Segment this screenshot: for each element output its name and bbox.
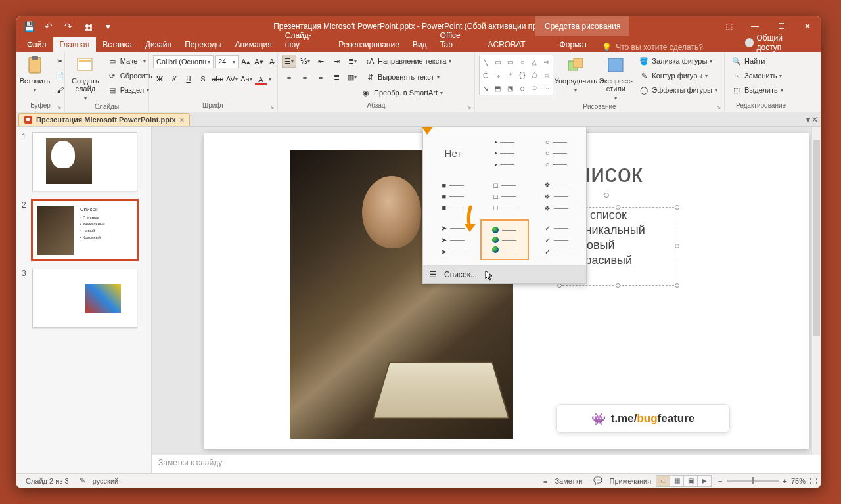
tab-home[interactable]: Главная — [53, 37, 97, 52]
tab-format[interactable]: Формат — [553, 37, 595, 52]
quick-access-toolbar: 💾 ↶ ↷ ▦ ▾ — [16, 18, 120, 35]
italic-button[interactable]: К — [168, 72, 181, 85]
tab-transitions[interactable]: Переходы — [178, 37, 228, 52]
panel-dropdown-icon[interactable]: ▾ — [806, 115, 810, 124]
normal-view-button[interactable]: ▭ — [656, 475, 670, 487]
document-tab[interactable]: Презентация Microsoft PowerPoint.pptx × — [18, 113, 190, 126]
zoom-level[interactable]: 75% — [791, 477, 806, 485]
columns-button[interactable]: ▥▾ — [345, 70, 359, 83]
bullet-option-square-filled[interactable]: ■■■ — [428, 176, 478, 217]
quick-styles-button[interactable]: Экспресс-стили▾ — [598, 55, 633, 103]
align-left-button[interactable]: ≡ — [282, 70, 296, 83]
language-indicator[interactable]: ✎ русский — [74, 474, 124, 488]
align-text-button[interactable]: ⇵Выровнять текст▾ — [361, 70, 442, 83]
align-right-button[interactable]: ≡ — [313, 70, 328, 83]
tab-view[interactable]: Вид — [406, 37, 434, 52]
tab-officetab[interactable]: Office Tab — [434, 28, 482, 52]
align-center-button[interactable]: ≡ — [298, 70, 312, 83]
comments-button[interactable]: 💬 Примечания — [588, 474, 657, 488]
section-button[interactable]: ▤Раздел▾ — [104, 83, 155, 97]
decrease-font-icon[interactable]: A▾ — [253, 55, 265, 68]
redo-icon[interactable]: ↷ — [60, 18, 77, 35]
chevron-down-icon[interactable]: ▾ — [269, 76, 271, 82]
bullet-option-square-hollow[interactable]: □□□ — [480, 176, 530, 217]
font-color-button[interactable]: A — [254, 72, 267, 85]
text-direction-button[interactable]: ↕AНаправление текста▾ — [361, 55, 454, 68]
clear-formatting-icon[interactable]: A̶ — [266, 55, 278, 68]
char-spacing-button[interactable]: AV▾ — [225, 72, 239, 85]
tab-animations[interactable]: Анимация — [228, 37, 278, 52]
tab-file[interactable]: Файл — [20, 37, 53, 52]
bullet-option-arrow[interactable]: ➤➤➤ — [428, 219, 478, 260]
tell-me-search[interactable]: 💡 Что вы хотите сделать? — [594, 43, 737, 52]
tab-design[interactable]: Дизайн — [139, 37, 178, 52]
slide-canvas-area[interactable]: Список Я список Уникальный — [152, 127, 821, 455]
increase-indent-button[interactable]: ⇥ — [329, 55, 344, 68]
slide-counter[interactable]: Слайд 2 из 3 — [20, 474, 74, 488]
slideshow-view-button[interactable]: ▶ — [697, 475, 712, 487]
reading-view-button[interactable]: ▣ — [683, 475, 698, 487]
bullets-button[interactable]: ☰▾ — [282, 55, 296, 68]
layout-button[interactable]: ▭Макет▾ — [104, 55, 155, 68]
fit-to-window-button[interactable]: ⛶ — [809, 477, 817, 485]
select-button[interactable]: ⬚Выделить▾ — [729, 83, 786, 97]
increase-font-icon[interactable]: A▴ — [240, 55, 252, 68]
tab-review[interactable]: Рецензирование — [332, 37, 406, 52]
bullet-option-disc[interactable]: ••• — [480, 133, 530, 173]
share-button[interactable]: Общий доступ — [737, 34, 817, 52]
rotate-handle[interactable] — [604, 193, 609, 198]
close-tab-icon[interactable]: × — [180, 116, 184, 124]
slideshow-icon[interactable]: ▦ — [80, 18, 97, 35]
notes-pane[interactable]: Заметки к слайду — [152, 455, 821, 473]
bullet-option-picture-globe[interactable] — [480, 219, 530, 260]
bullet-option-4diamond[interactable]: ❖❖❖ — [532, 176, 581, 217]
tab-acrobat[interactable]: ACROBAT — [481, 37, 532, 52]
shape-effects-button[interactable]: ◯Эффекты фигуры▾ — [636, 83, 720, 97]
save-icon[interactable]: 💾 — [20, 18, 37, 35]
undo-icon[interactable]: ↶ — [40, 18, 57, 35]
shadow-button[interactable]: S — [196, 72, 210, 85]
paragraph-dialog-launcher[interactable]: ↘ — [465, 103, 473, 111]
change-case-button[interactable]: Aa▾ — [240, 72, 253, 85]
shapes-mini-gallery[interactable]: ╲▭▭○△⇨ ⬡↳↱{ }⬠☆ ↘⬒⬔◇⬭··· — [479, 55, 553, 95]
tab-slideshow[interactable]: Слайд-шоу — [279, 28, 332, 52]
vertical-scrollbar[interactable] — [811, 127, 821, 455]
decrease-indent-button[interactable]: ⇤ — [313, 55, 328, 68]
paste-button[interactable]: Вставить ▾ — [20, 55, 49, 95]
tab-insert[interactable]: Вставка — [96, 37, 139, 52]
numbering-button[interactable]: ⅓▾ — [298, 55, 312, 68]
replace-icon: ↔ — [731, 70, 742, 81]
slide-thumbnail-3[interactable] — [32, 269, 137, 328]
bullet-option-check[interactable]: ✓✓✓ — [532, 219, 581, 260]
justify-button[interactable]: ≣ — [329, 70, 344, 83]
arrange-button[interactable]: Упорядочить▾ — [556, 55, 595, 95]
reset-button[interactable]: ⟳Сбросить — [104, 69, 155, 82]
zoom-slider[interactable] — [727, 480, 779, 482]
replace-button[interactable]: ↔Заменить▾ — [729, 69, 786, 82]
line-spacing-button[interactable]: ≣▾ — [345, 55, 359, 68]
zoom-in-button[interactable]: + — [783, 477, 787, 485]
panel-close-icon[interactable]: ✕ — [811, 115, 818, 124]
sorter-view-button[interactable]: ▦ — [670, 475, 684, 487]
underline-button[interactable]: Ч — [182, 72, 195, 85]
bold-button[interactable]: Ж — [153, 72, 166, 85]
slide-thumbnail-1[interactable] — [32, 132, 137, 191]
notes-toggle-button[interactable]: ≡ Заметки — [538, 474, 588, 488]
find-button[interactable]: 🔍Найти — [729, 55, 786, 68]
new-slide-button[interactable]: Создать слайд ▾ — [69, 55, 102, 103]
drawing-dialog-launcher[interactable]: ↘ — [715, 103, 723, 111]
shape-fill-button[interactable]: 🪣Заливка фигуры▾ — [636, 55, 720, 68]
bullet-option-circle[interactable]: ○○○ — [532, 133, 581, 173]
font-name-combo[interactable]: Calibri (Основн▾ — [153, 55, 214, 68]
font-dialog-launcher[interactable]: ↘ — [268, 103, 276, 111]
bullets-more-option[interactable]: ☰ Список... — [423, 265, 586, 283]
clipboard-dialog-launcher[interactable]: ↘ — [55, 103, 63, 111]
convert-smartart-button[interactable]: ◉Преобр. в SmartArt▾ — [357, 86, 445, 99]
qat-customize-icon[interactable]: ▾ — [99, 18, 116, 35]
zoom-out-button[interactable]: − — [718, 477, 722, 485]
bullet-option-none[interactable]: Нет — [428, 133, 478, 173]
slide-thumbnail-2[interactable]: Список • Я список • Уникальный • Новый •… — [32, 200, 137, 260]
font-size-combo[interactable]: 24▾ — [215, 55, 239, 68]
shape-outline-button[interactable]: ✎Контур фигуры▾ — [636, 69, 720, 82]
strikethrough-button[interactable]: abc — [211, 72, 224, 85]
